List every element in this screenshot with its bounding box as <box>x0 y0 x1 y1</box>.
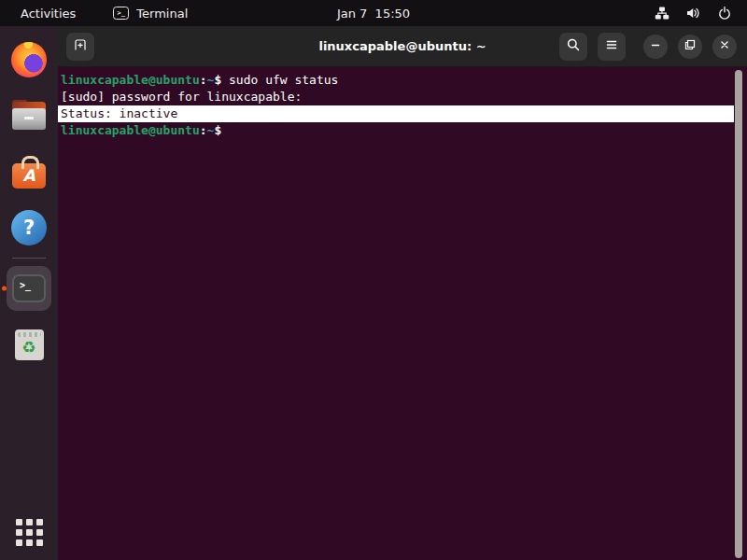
dock-item-firefox[interactable] <box>7 37 51 82</box>
minimize-button[interactable] <box>643 35 668 59</box>
restore-icon <box>684 37 697 55</box>
show-applications-button[interactable] <box>16 519 43 546</box>
minimize-icon <box>649 37 662 55</box>
trash-icon: ♻ <box>15 329 44 360</box>
running-indicator <box>2 287 7 291</box>
close-icon <box>718 37 731 55</box>
clock[interactable]: Jan 7 15:50 <box>0 7 747 21</box>
terminal-line-password-prompt: [sudo] password for linuxcapable: <box>61 89 734 105</box>
focused-app-label: Terminal <box>136 7 188 21</box>
header-bar[interactable]: linuxcapable@ubuntu: ~ <box>58 26 747 67</box>
dock-item-trash[interactable]: ♻ <box>7 322 51 367</box>
terminal-line-prompt: linuxcapable@ubuntu:~$ <box>61 122 734 139</box>
terminal-line-command: linuxcapable@ubuntu:~$ sudo ufw status <box>61 72 734 89</box>
ubuntu-software-icon: A <box>12 163 46 189</box>
command-text: sudo ufw status <box>221 73 338 87</box>
recycle-glyph: ♻ <box>21 340 35 356</box>
terminal-output[interactable]: linuxcapable@ubuntu:~$ sudo ufw status [… <box>58 68 747 560</box>
hamburger-menu-icon <box>604 37 619 56</box>
new-tab-button[interactable] <box>66 33 94 61</box>
help-icon: ? <box>11 210 47 245</box>
dock-item-terminal[interactable]: >_ <box>7 266 51 311</box>
focused-app-menu[interactable]: >_ Terminal <box>113 7 188 21</box>
close-button[interactable] <box>712 35 737 59</box>
search-icon <box>566 37 581 56</box>
search-button[interactable] <box>559 33 587 61</box>
network-wired-icon <box>655 6 669 21</box>
terminal-icon: >_ <box>113 7 129 20</box>
activities-button[interactable]: Activities <box>21 7 76 21</box>
files-icon <box>12 102 46 130</box>
system-tray[interactable] <box>655 0 732 26</box>
dock-separator <box>12 258 46 259</box>
restore-button[interactable] <box>678 35 702 59</box>
terminal-scrollbar[interactable] <box>735 70 742 558</box>
prompt-user: linuxcapable@ubuntu <box>61 123 200 137</box>
top-bar: Activities >_ Terminal Jan 7 15:50 <box>0 0 747 26</box>
volume-icon <box>685 6 701 21</box>
prompt-user: linuxcapable@ubuntu <box>61 73 200 87</box>
menu-button[interactable] <box>598 33 626 61</box>
dock-item-ubuntu-software[interactable]: A <box>7 149 51 194</box>
terminal-line-selected-output: Status: inactive <box>58 105 734 122</box>
new-tab-icon <box>73 37 88 56</box>
dock-item-files[interactable] <box>7 93 51 138</box>
dock: A ? >_ ♻ <box>0 26 58 560</box>
terminal-icon: >_ <box>12 274 46 302</box>
firefox-icon <box>11 42 47 77</box>
terminal-window: linuxcapable@ubuntu: ~ <box>58 26 747 560</box>
dock-item-help[interactable]: ? <box>7 205 51 250</box>
power-icon <box>717 6 732 21</box>
